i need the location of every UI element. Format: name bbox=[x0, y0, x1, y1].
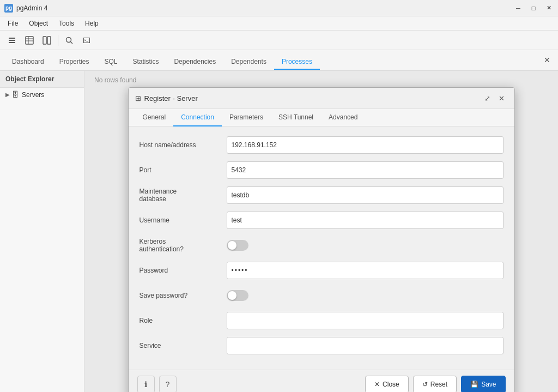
dialog-expand-button[interactable]: ⤢ bbox=[482, 92, 494, 104]
svg-line-10 bbox=[71, 41, 73, 44]
toolbar bbox=[0, 31, 558, 50]
save-btn-icon: 💾 bbox=[470, 381, 478, 388]
form-row-maindb: Maintenancedatabase bbox=[140, 185, 504, 205]
app-title: pgAdmin 4 bbox=[16, 4, 47, 12]
minimize-button[interactable]: ─ bbox=[511, 2, 525, 14]
form-row-password: Password bbox=[140, 261, 504, 280]
close-window-button[interactable]: ✕ bbox=[542, 2, 556, 14]
svg-rect-7 bbox=[43, 37, 46, 44]
main-layout: Object Explorer ▶ 🗄 Servers No rows foun… bbox=[0, 71, 558, 392]
toggle-save-password[interactable] bbox=[227, 290, 248, 301]
reset-button[interactable]: ↺ Reset bbox=[413, 376, 457, 392]
form-row-host: Host name/address bbox=[140, 135, 504, 155]
save-button[interactable]: 💾 Save bbox=[461, 376, 505, 392]
label-role: Role bbox=[140, 317, 227, 324]
menu-bar: File Object Tools Help bbox=[0, 16, 558, 31]
dialog-overlay: ⊞ Register - Server ⤢ ✕ General Connecti… bbox=[84, 71, 558, 392]
label-password: Password bbox=[140, 267, 227, 274]
dialog-tab-general[interactable]: General bbox=[135, 109, 174, 126]
label-kerberos: Kerberosauthentication? bbox=[140, 238, 227, 253]
dialog-tab-ssh-tunnel[interactable]: SSH Tunnel bbox=[271, 109, 321, 126]
toolbar-terminal-btn[interactable] bbox=[79, 33, 94, 48]
form-row-role: Role bbox=[140, 311, 504, 330]
server-icon: 🗄 bbox=[12, 91, 19, 99]
menu-object[interactable]: Object bbox=[23, 18, 53, 29]
footer-left: ℹ ? bbox=[137, 376, 177, 392]
close-button[interactable]: ✕ Close bbox=[365, 376, 409, 392]
form-row-username: Username bbox=[140, 210, 504, 230]
input-service[interactable] bbox=[227, 337, 504, 354]
dialog-footer: ℹ ? ✕ Close ↺ Reset bbox=[129, 370, 514, 392]
main-tab-bar: Dashboard Properties SQL Statistics Depe… bbox=[0, 50, 558, 71]
close-btn-icon: ✕ bbox=[374, 381, 380, 388]
save-btn-label: Save bbox=[481, 381, 496, 388]
dialog-tab-connection[interactable]: Connection bbox=[173, 109, 222, 126]
sidebar: Object Explorer ▶ 🗄 Servers bbox=[0, 71, 84, 392]
main-tabs: Dashboard Properties SQL Statistics Depe… bbox=[0, 50, 536, 69]
menu-file[interactable]: File bbox=[2, 18, 23, 29]
label-service: Service bbox=[140, 342, 227, 349]
tab-statistics[interactable]: Statistics bbox=[125, 55, 166, 70]
info-button[interactable]: ℹ bbox=[137, 376, 155, 392]
label-username: Username bbox=[140, 216, 227, 224]
label-host: Host name/address bbox=[140, 141, 227, 149]
input-role[interactable] bbox=[227, 312, 504, 329]
toggle-kerberos[interactable] bbox=[227, 240, 248, 251]
tab-dashboard[interactable]: Dashboard bbox=[4, 55, 52, 70]
tab-dependents[interactable]: Dependents bbox=[223, 55, 274, 70]
dialog-titlebar: ⊞ Register - Server ⤢ ✕ bbox=[129, 88, 514, 109]
toolbar-list-btn[interactable] bbox=[4, 33, 20, 48]
dialog-title: ⊞ Register - Server bbox=[135, 94, 198, 102]
help-button[interactable]: ? bbox=[159, 376, 177, 392]
help-icon: ? bbox=[166, 380, 170, 389]
close-tab-button[interactable]: ✕ bbox=[539, 52, 555, 68]
label-save-password: Save password? bbox=[140, 292, 227, 299]
dialog-tabs: General Connection Parameters SSH Tunnel… bbox=[129, 109, 514, 126]
sidebar-item-label: Servers bbox=[22, 91, 44, 99]
maximize-button[interactable]: □ bbox=[526, 2, 541, 14]
window-controls: ─ □ ✕ bbox=[511, 2, 556, 14]
dialog-tab-parameters[interactable]: Parameters bbox=[222, 109, 271, 126]
toggle-save-password-thumb bbox=[228, 291, 236, 300]
input-maindb[interactable] bbox=[227, 186, 504, 204]
tab-properties[interactable]: Properties bbox=[52, 55, 97, 70]
dialog-tab-advanced[interactable]: Advanced bbox=[321, 109, 365, 126]
svg-rect-2 bbox=[9, 42, 15, 43]
input-host[interactable] bbox=[227, 136, 504, 154]
dialog-close-button[interactable]: ✕ bbox=[496, 92, 508, 104]
svg-point-9 bbox=[66, 37, 71, 42]
menu-tools[interactable]: Tools bbox=[53, 18, 80, 29]
form-row-save-password: Save password? bbox=[140, 286, 504, 305]
form-row-port: Port bbox=[140, 160, 504, 180]
label-maindb: Maintenancedatabase bbox=[140, 188, 227, 203]
svg-rect-3 bbox=[26, 37, 33, 44]
footer-right: ✕ Close ↺ Reset 💾 Save bbox=[365, 376, 505, 392]
content-area: No rows found ⊞ Register - Server ⤢ ✕ bbox=[84, 71, 558, 392]
label-port: Port bbox=[140, 166, 227, 174]
toolbar-search-btn[interactable] bbox=[62, 33, 77, 48]
svg-rect-0 bbox=[9, 38, 15, 39]
dialog-controls: ⤢ ✕ bbox=[482, 92, 508, 104]
app-icon: pg bbox=[4, 4, 13, 13]
svg-rect-8 bbox=[47, 37, 51, 44]
input-port[interactable] bbox=[227, 161, 504, 179]
tab-sql[interactable]: SQL bbox=[96, 55, 125, 70]
sidebar-item-servers[interactable]: ▶ 🗄 Servers bbox=[0, 88, 84, 101]
form-row-service: Service bbox=[140, 336, 504, 355]
dialog-body: Host name/address Port Maintenancedataba… bbox=[129, 126, 514, 370]
toolbar-columns-btn[interactable] bbox=[39, 33, 54, 48]
dialog-title-text: Register - Server bbox=[144, 94, 198, 102]
info-icon: ℹ bbox=[144, 380, 147, 389]
reset-btn-icon: ↺ bbox=[422, 381, 428, 388]
input-password[interactable] bbox=[227, 262, 504, 279]
dialog-title-icon: ⊞ bbox=[135, 94, 141, 102]
tab-processes[interactable]: Processes bbox=[274, 55, 320, 70]
title-bar: pg pgAdmin 4 ─ □ ✕ bbox=[0, 0, 558, 16]
tab-dependencies[interactable]: Dependencies bbox=[166, 55, 223, 70]
input-username[interactable] bbox=[227, 212, 504, 229]
menu-help[interactable]: Help bbox=[80, 18, 104, 29]
toolbar-sep-1 bbox=[58, 35, 58, 46]
toolbar-table-btn[interactable] bbox=[22, 33, 37, 48]
close-btn-label: Close bbox=[383, 381, 399, 388]
svg-rect-1 bbox=[9, 40, 15, 41]
